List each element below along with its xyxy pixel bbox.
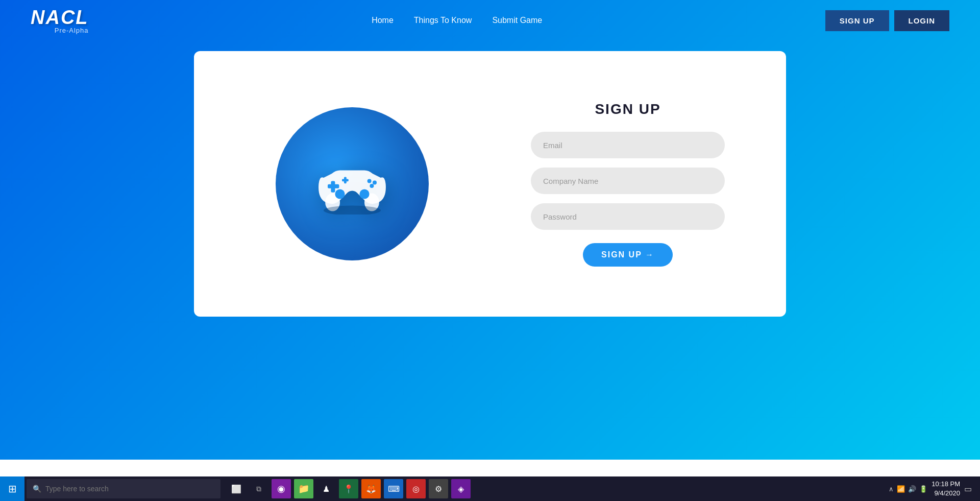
search-icon: 🔍 (33, 485, 41, 493)
password-field[interactable] (531, 203, 725, 230)
firefox-icon: 🦊 (366, 484, 376, 494)
card-right: SIGN UP SIGN UP → (510, 101, 745, 267)
windows-icon: ⊞ (8, 483, 17, 495)
svg-point-8 (370, 184, 374, 188)
show-desktop-button[interactable]: ▭ (964, 484, 972, 494)
task-view-button[interactable]: ⬜ (227, 479, 246, 498)
controller-circle (276, 107, 429, 260)
taskbar-search-area[interactable]: 🔍 (27, 479, 220, 498)
volume-icon: 🔊 (908, 485, 916, 493)
navbar: NACL Pre-Alpha Home Things To Know Submi… (0, 0, 980, 41)
taskbar: ⊞ 🔍 ⬜ ⧉ ◉ 📁 ♟ 📍 🦊 ⌨ (0, 476, 980, 501)
company-name-field[interactable] (531, 168, 725, 194)
battery-icon: 🔋 (919, 485, 927, 493)
virtual-desktop-button[interactable]: ⧉ (249, 479, 268, 498)
steam-icon: ♟ (323, 484, 330, 494)
app-icon-opera[interactable]: ◎ (406, 479, 426, 498)
extra-icon: ◈ (458, 484, 464, 494)
taskbar-icons: ⬜ ⧉ ◉ 📁 ♟ 📍 🦊 ⌨ ◎ ⚙ ◈ (227, 479, 471, 498)
taskbar-clock: 10:18 PM 9/4/2020 (932, 480, 960, 498)
app-icon-settings[interactable]: ⚙ (429, 479, 448, 498)
svg-point-7 (373, 181, 377, 185)
svg-rect-5 (342, 179, 349, 181)
signup-nav-button[interactable]: SIGN UP (825, 10, 889, 31)
app-icon-firefox[interactable]: 🦊 (361, 479, 381, 498)
logo-area: NACL Pre-Alpha (31, 7, 89, 34)
card-container: SIGN UP SIGN UP → (0, 51, 980, 317)
maps-icon: 📍 (344, 484, 354, 494)
login-nav-button[interactable]: LOGIN (894, 10, 950, 31)
nav-center: Home Things To Know Submit Game (89, 16, 825, 25)
vscode-icon: ⌨ (388, 484, 400, 494)
app-icon-vscode[interactable]: ⌨ (384, 479, 403, 498)
svg-point-6 (368, 179, 372, 183)
svg-point-10 (359, 189, 369, 199)
signup-card: SIGN UP SIGN UP → (194, 51, 786, 317)
logo-subtitle: Pre-Alpha (55, 27, 89, 34)
app-green-icon: 📁 (298, 483, 309, 494)
chevron-up-icon[interactable]: ∧ (889, 485, 894, 493)
taskbar-right: ∧ 📶 🔊 🔋 10:18 PM 9/4/2020 ▭ (889, 480, 980, 498)
app-icon-green[interactable]: 📁 (294, 479, 313, 498)
taskbar-date-display: 9/4/2020 (932, 489, 960, 498)
taskbar-search-input[interactable] (45, 485, 199, 493)
card-left (235, 107, 470, 260)
start-button[interactable]: ⊞ (0, 476, 24, 501)
form-title: SIGN UP (595, 101, 660, 117)
nav-home[interactable]: Home (372, 16, 394, 25)
app-icon-purple[interactable]: ◉ (272, 479, 291, 498)
svg-point-9 (335, 189, 345, 199)
taskbar-time-display: 10:18 PM (932, 480, 960, 489)
email-field[interactable] (531, 132, 725, 158)
virtual-desktop-icon: ⧉ (256, 485, 261, 493)
app-icon-extra[interactable]: ◈ (451, 479, 471, 498)
network-icon: 📶 (897, 485, 905, 493)
logo-text: NACL (31, 7, 89, 29)
nav-buttons: SIGN UP LOGIN (825, 10, 949, 31)
app-purple-icon: ◉ (277, 483, 285, 494)
app-icon-steam[interactable]: ♟ (316, 479, 336, 498)
nav-things-to-know[interactable]: Things To Know (414, 16, 472, 25)
nav-submit-game[interactable]: Submit Game (492, 16, 542, 25)
system-icons: ∧ 📶 🔊 🔋 (889, 485, 927, 493)
signup-submit-button[interactable]: SIGN UP → (583, 243, 673, 267)
task-view-icon: ⬜ (231, 484, 241, 494)
app-icon-maps[interactable]: 📍 (339, 479, 358, 498)
settings-icon: ⚙ (435, 484, 442, 494)
opera-icon: ◎ (412, 484, 420, 494)
controller-icon (311, 153, 393, 214)
svg-rect-3 (328, 184, 339, 188)
